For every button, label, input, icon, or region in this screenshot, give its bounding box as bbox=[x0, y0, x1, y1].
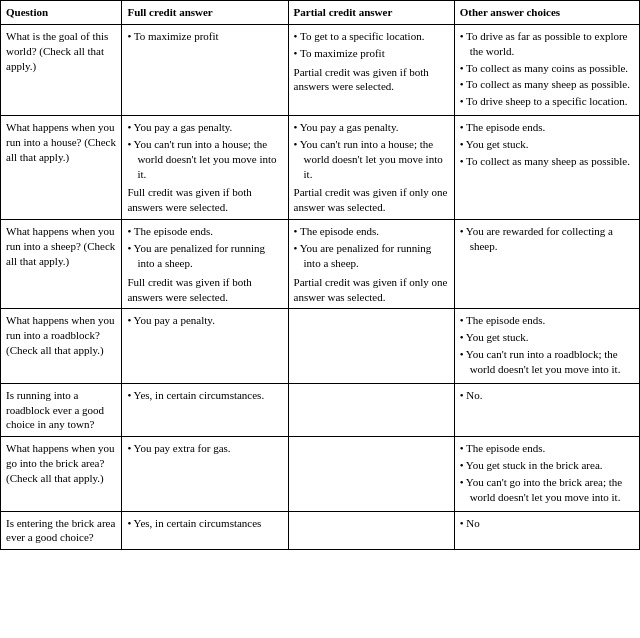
question-cell: What happens when you run into a house? … bbox=[1, 116, 122, 220]
list-item: You pay extra for gas. bbox=[127, 441, 282, 456]
list-item: You pay a penalty. bbox=[127, 313, 282, 328]
other-choices-cell: To drive as far as possible to explore t… bbox=[454, 24, 639, 115]
other-choices-cell: No bbox=[454, 511, 639, 550]
other-choices-cell: No. bbox=[454, 383, 639, 437]
question-cell: What happens when you run into a roadblo… bbox=[1, 309, 122, 383]
list-item: To drive as far as possible to explore t… bbox=[460, 29, 634, 59]
list-item: You get stuck. bbox=[460, 137, 634, 152]
list-item: You can't run into a house; the world do… bbox=[127, 137, 282, 182]
full-credit-cell: You pay extra for gas. bbox=[122, 437, 288, 511]
partial-credit-cell: You pay a gas penalty.You can't run into… bbox=[288, 116, 454, 220]
list-item: You are penalized for running into a she… bbox=[294, 241, 449, 271]
list-item: To collect as many sheep as possible. bbox=[460, 77, 634, 92]
full-credit-cell: Yes, in certain circumstances. bbox=[122, 383, 288, 437]
question-cell: What happens when you go into the brick … bbox=[1, 437, 122, 511]
full-credit-cell: The episode ends.You are penalized for r… bbox=[122, 220, 288, 309]
list-item: The episode ends. bbox=[460, 441, 634, 456]
list-item: The episode ends. bbox=[294, 224, 449, 239]
list-item: To get to a specific location. bbox=[294, 29, 449, 44]
list-item: To maximize profit bbox=[127, 29, 282, 44]
list-item: To maximize profit bbox=[294, 46, 449, 61]
full-credit-cell: To maximize profit bbox=[122, 24, 288, 115]
list-item: To collect as many coins as possible. bbox=[460, 61, 634, 76]
list-item: You can't run into a roadblock; the worl… bbox=[460, 347, 634, 377]
other-choices-cell: The episode ends.You get stuck.To collec… bbox=[454, 116, 639, 220]
list-item: The episode ends. bbox=[460, 120, 634, 135]
list-item: You pay a gas penalty. bbox=[294, 120, 449, 135]
list-item: No. bbox=[460, 388, 634, 403]
list-item: You can't run into a house; the world do… bbox=[294, 137, 449, 182]
partial-credit-note: Partial credit was given if both answers… bbox=[294, 65, 449, 95]
question-cell: What happens when you run into a sheep? … bbox=[1, 220, 122, 309]
list-item: Yes, in certain circumstances. bbox=[127, 388, 282, 403]
list-item: You are penalized for running into a she… bbox=[127, 241, 282, 271]
partial-credit-cell: To get to a specific location.To maximiz… bbox=[288, 24, 454, 115]
list-item: No bbox=[460, 516, 634, 531]
list-item: You get stuck in the brick area. bbox=[460, 458, 634, 473]
full-credit-cell: You pay a penalty. bbox=[122, 309, 288, 383]
list-item: Yes, in certain circumstances bbox=[127, 516, 282, 531]
credit-note: Full credit was given if both answers we… bbox=[127, 185, 282, 215]
other-choices-cell: You are rewarded for collecting a sheep. bbox=[454, 220, 639, 309]
list-item: You are rewarded for collecting a sheep. bbox=[460, 224, 634, 254]
list-item: You pay a gas penalty. bbox=[127, 120, 282, 135]
credit-note: Full credit was given if both answers we… bbox=[127, 275, 282, 305]
partial-credit-cell bbox=[288, 511, 454, 550]
header-full: Full credit answer bbox=[122, 1, 288, 25]
other-choices-cell: The episode ends.You get stuck in the br… bbox=[454, 437, 639, 511]
list-item: To drive sheep to a specific location. bbox=[460, 94, 634, 109]
partial-credit-cell bbox=[288, 437, 454, 511]
partial-credit-note: Partial credit was given if only one ans… bbox=[294, 275, 449, 305]
other-choices-cell: The episode ends.You get stuck.You can't… bbox=[454, 309, 639, 383]
list-item: You can't go into the brick area; the wo… bbox=[460, 475, 634, 505]
header-question: Question bbox=[1, 1, 122, 25]
partial-credit-cell bbox=[288, 383, 454, 437]
header-partial: Partial credit answer bbox=[288, 1, 454, 25]
list-item: The episode ends. bbox=[127, 224, 282, 239]
full-credit-cell: You pay a gas penalty.You can't run into… bbox=[122, 116, 288, 220]
partial-credit-cell: The episode ends.You are penalized for r… bbox=[288, 220, 454, 309]
partial-credit-cell bbox=[288, 309, 454, 383]
question-cell: Is entering the brick area ever a good c… bbox=[1, 511, 122, 550]
question-cell: What is the goal of this world? (Check a… bbox=[1, 24, 122, 115]
list-item: To collect as many sheep as possible. bbox=[460, 154, 634, 169]
header-other: Other answer choices bbox=[454, 1, 639, 25]
full-credit-cell: Yes, in certain circumstances bbox=[122, 511, 288, 550]
list-item: You get stuck. bbox=[460, 330, 634, 345]
list-item: The episode ends. bbox=[460, 313, 634, 328]
question-cell: Is running into a roadblock ever a good … bbox=[1, 383, 122, 437]
partial-credit-note: Partial credit was given if only one ans… bbox=[294, 185, 449, 215]
